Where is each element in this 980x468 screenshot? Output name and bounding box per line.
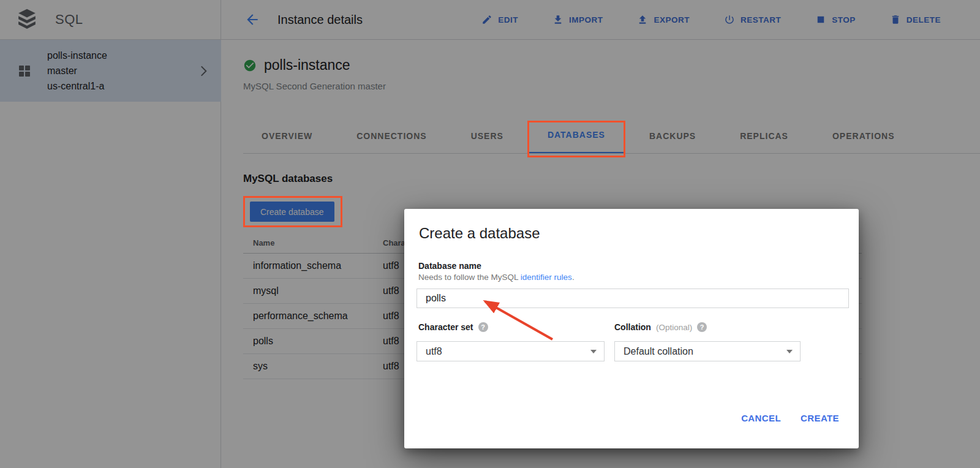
collation-optional-note: (Optional) [656,323,692,332]
create-database-dialog: Create a database Database name Needs to… [404,209,859,448]
dialog-buttons: CANCEL CREATE [741,413,839,423]
collation-dropdown[interactable]: Default collation [614,341,801,361]
cancel-button[interactable]: CANCEL [741,413,781,423]
help-icon[interactable]: ? [697,322,707,332]
database-name-helper: Needs to follow the MySQL identifier rul… [418,273,575,282]
create-button[interactable]: CREATE [801,413,839,423]
dropdown-caret-icon [786,350,793,353]
collation-label-text: Collation [614,322,651,332]
helper-text: Needs to follow the MySQL [418,273,521,282]
dropdown-caret-icon [590,350,597,353]
character-set-label: Character set ? [418,322,488,332]
database-name-label: Database name [418,261,481,271]
character-set-label-text: Character set [418,322,473,332]
collation-label: Collation (Optional) ? [614,322,707,332]
character-set-dropdown[interactable]: utf8 [417,341,605,361]
database-name-value: polls [426,293,446,304]
dialog-title: Create a database [419,225,540,242]
character-set-value: utf8 [426,346,442,357]
database-name-input[interactable]: polls [417,289,849,308]
collation-value: Default collation [624,346,693,357]
helper-text-suffix: . [572,273,575,282]
help-icon[interactable]: ? [478,322,488,332]
identifier-rules-link[interactable]: identifier rules [521,273,572,282]
cloud-sql-console: SQL polls-instance master us-central1-a … [0,0,980,468]
